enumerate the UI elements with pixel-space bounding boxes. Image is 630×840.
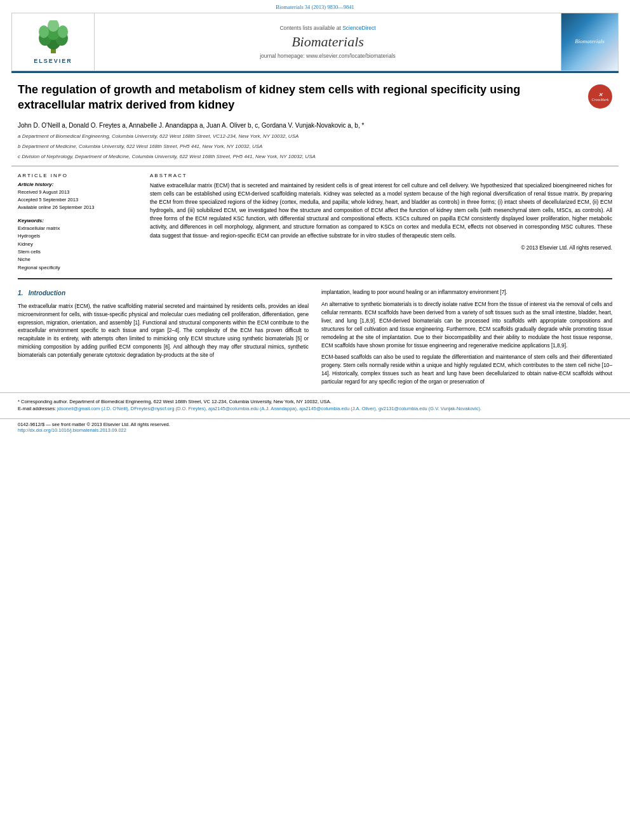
email-footnote: E-mail addresses: jdsoneil@gmail.com (J.… (18, 405, 612, 412)
abstract-heading: ABSTRACT (150, 173, 612, 178)
journal-title: Biomaterials (292, 34, 364, 50)
abstract-text: Native extracellular matrix (ECM) that i… (150, 182, 612, 240)
keyword-6: Regional specificity (18, 264, 138, 272)
elsevier-brand-text: ELSEVIER (34, 58, 72, 64)
article-info-heading: ARTICLE INFO (18, 173, 138, 178)
intro-title: Introduction (29, 290, 65, 297)
journal-ref-text: Biomaterials 34 (2013) 9830—9841 (276, 4, 354, 10)
keyword-5: Niche (18, 256, 138, 263)
elsevier-tree-icon (31, 20, 76, 55)
footnote-section: * Corresponding author. Department of Bi… (0, 392, 630, 418)
homepage-text: journal homepage: www.elsevier.com/locat… (260, 53, 396, 59)
keyword-2: Hydrogels (18, 232, 138, 240)
emails-label: E-mail addresses: (18, 406, 57, 411)
page-wrapper: Biomaterials 34 (2013) 9830—9841 (0, 0, 630, 840)
article-info-abstract-section: ARTICLE INFO Article history: Received 9… (0, 166, 630, 279)
affiliation-c: c Division of Nephrology, Department of … (18, 153, 582, 161)
issn-line: 0142-9612/$ — see front matter © 2013 El… (18, 422, 612, 427)
svg-point-5 (39, 25, 49, 38)
article-info-column: ARTICLE INFO Article history: Received 9… (18, 173, 138, 272)
email-addresses: jdsoneil@gmail.com (J.D. O'Neill), DFrey… (57, 406, 481, 411)
keywords-label: Keywords: (18, 218, 138, 223)
copyright-line: © 2013 Elsevier Ltd. All rights reserved… (150, 245, 612, 251)
elsevier-logo: ELSEVIER (31, 20, 76, 64)
journal-header: ELSEVIER Contents lists available at Sci… (11, 13, 619, 71)
body-col-left: 1. Introduction The extracellular matrix… (18, 288, 309, 389)
crossmark-icon: ✕ CrossMark (588, 84, 612, 109)
doi-link[interactable]: http://dx.doi.org/10.1016/j.biomaterials… (18, 427, 126, 433)
intro-heading: 1. Introduction (18, 288, 309, 298)
homepage-line: journal homepage: www.elsevier.com/locat… (260, 53, 396, 59)
sciencedirect-link[interactable]: ScienceDirect (342, 25, 375, 31)
affiliation-a: a Department of Biomedical Engineering, … (18, 133, 582, 140)
body-text-section: 1. Introduction The extracellular matrix… (0, 279, 630, 389)
page-footer: 0142-9612/$ — see front matter © 2013 El… (0, 418, 630, 436)
article-history-block: Article history: Received 9 August 2013 … (18, 182, 138, 211)
corresponding-footnote: * Corresponding author. Department of Bi… (18, 398, 612, 405)
publisher-logo-section: ELSEVIER (12, 13, 95, 70)
received-date: Received 9 August 2013 (18, 189, 138, 196)
intro-para-1: The extracellular matrix (ECM), the nati… (18, 302, 309, 359)
crossmark-badge: ✕ CrossMark (588, 84, 612, 109)
authors-line: John D. O'Neill a, Donald O. Freytes a, … (18, 121, 582, 130)
available-date: Available online 26 September 2013 (18, 204, 138, 211)
keywords-block: Keywords: Extracellular matrix Hydrogels… (18, 218, 138, 272)
thumb-label: Biomaterials (575, 38, 605, 46)
intro-para-4: ECM-based scaffolds can also be used to … (321, 353, 612, 385)
abstract-column: ABSTRACT Native extracellular matrix (EC… (150, 173, 612, 272)
journal-info-center: Contents lists available at ScienceDirec… (95, 13, 561, 70)
affiliation-b: b Department of Medicine, Columbia Unive… (18, 143, 582, 150)
journal-reference-bar: Biomaterials 34 (2013) 9830—9841 (0, 0, 630, 11)
intro-num: 1. (18, 290, 23, 297)
corresponding-text: * Corresponding author. Department of Bi… (18, 399, 332, 404)
contents-text: Contents lists available at (279, 25, 340, 31)
intro-para-3: An alternative to synthetic biomaterials… (321, 300, 612, 349)
keyword-3: Kidney (18, 241, 138, 248)
article-title-section: The regulation of growth and metabolism … (0, 73, 630, 166)
biomaterials-cover-thumbnail: Biomaterials (561, 13, 618, 70)
intro-para-2: implantation, leading to poor wound heal… (321, 288, 612, 297)
history-label: Article history: (18, 182, 138, 187)
accepted-date: Accepted 5 September 2013 (18, 196, 138, 204)
keyword-1: Extracellular matrix (18, 225, 138, 232)
svg-point-6 (58, 25, 68, 38)
abstract-body: Native extracellular matrix (ECM) that i… (150, 182, 612, 239)
authors-text: John D. O'Neill a, Donald O. Freytes a, … (18, 122, 364, 129)
contents-line: Contents lists available at ScienceDirec… (279, 25, 375, 31)
keyword-4: Stem cells (18, 248, 138, 256)
journal-thumbnail: Biomaterials (561, 13, 618, 70)
article-title: The regulation of growth and metabolism … (18, 82, 582, 113)
body-col-right: implantation, leading to poor wound heal… (321, 288, 612, 389)
